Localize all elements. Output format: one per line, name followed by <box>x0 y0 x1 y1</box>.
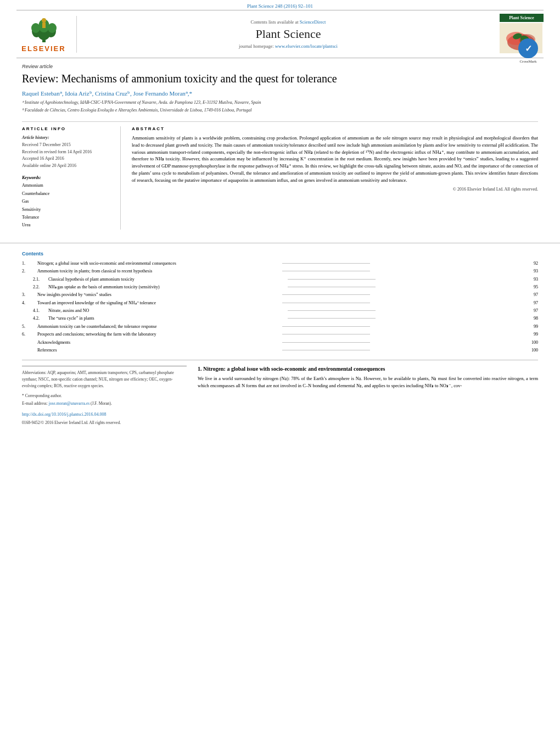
toc-dots: ········································… <box>282 331 526 338</box>
sciencedirect-link[interactable]: ScienceDirect <box>300 19 326 25</box>
affiliation-a: ᵃ Institute of Agrobiotechnology, IdAB-C… <box>22 99 538 106</box>
toc-page: 100 <box>527 347 538 354</box>
toc-item: 4.1.Nitrate, auxins and NO ·············… <box>22 307 538 315</box>
toc-label: References <box>37 347 281 354</box>
revised-date: Received in revised form 14 April 2016 <box>22 149 114 156</box>
toc-item: 4.Toward an improved knowledge of the si… <box>22 299 538 307</box>
main-content: Review article ✓ CrossMark Review: Mecha… <box>0 58 560 235</box>
toc-item: 6.Prospects and conclusions; networking … <box>22 331 538 338</box>
toc-dots: ········································… <box>282 347 526 354</box>
toc-page: 98 <box>527 315 538 322</box>
doi-link[interactable]: http://dx.doi.org/10.1016/j.plantsci.201… <box>22 412 106 417</box>
journal-homepage: journal homepage: www.elsevier.com/locat… <box>82 43 494 49</box>
body-col: 1. Nitrogen: a global issue with socio-e… <box>198 366 538 426</box>
toc-label: New insights provided by “omics” studies <box>37 291 281 299</box>
toc-dots: ········································… <box>282 291 526 299</box>
header-bar: ELSEVIER Contents lists available at Sci… <box>16 10 544 58</box>
contents-section: Contents 1.Nitrogen; a global issue with… <box>22 251 538 361</box>
toc-num <box>22 339 37 347</box>
journal-homepage-link[interactable]: www.elsevier.com/locate/plantsci <box>275 43 338 49</box>
toc-num: 4. <box>22 299 37 307</box>
article-title: Review: Mechanisms of ammonium toxicity … <box>22 71 450 86</box>
toc-label: Acknowledgments <box>37 339 281 347</box>
elsevier-logo: ELSEVIER <box>16 16 77 53</box>
toc-item: 2.2.NH₃ gas uptake as the basis of ammon… <box>22 283 538 291</box>
toc-page: 93 <box>527 267 538 275</box>
toc-label: Classical hypothesis of plant ammonium t… <box>48 276 287 283</box>
keywords-block: Keywords: Ammonium Counterbalance Gas Se… <box>22 174 114 230</box>
elsevier-text: ELSEVIER <box>21 44 65 53</box>
toc-dots: ········································… <box>282 323 526 331</box>
svg-point-6 <box>48 23 57 33</box>
footnotes-col: Abbreviations: AQP, aquaporins; AMT, amm… <box>22 366 187 426</box>
toc-label: Ammonium toxicity in plants; from classi… <box>37 267 281 275</box>
keyword-2: Counterbalance <box>22 190 114 198</box>
svg-point-5 <box>31 23 40 33</box>
abstract-col: ABSTRACT Ammonium sensitivity of plants … <box>132 126 538 230</box>
article-info-col: ARTICLE INFO Article history: Received 7… <box>22 126 121 230</box>
crossmark-text: CrossMark <box>518 59 538 64</box>
toc-num <box>22 347 37 354</box>
toc-label: Ammonium toxicity can be counterbalanced… <box>37 323 281 331</box>
crossmark-icon: ✓ <box>518 38 538 58</box>
plant-science-logo-text: Plant Science <box>500 14 544 22</box>
elsevier-tree-icon <box>25 16 63 43</box>
citation-text: Plant Science 248 (2016) 92–101 <box>247 3 313 9</box>
toc-label: Prospects and conclusions; networking th… <box>37 331 281 338</box>
email-name: (J.F. Moran). <box>91 401 112 406</box>
article-info-abstract: ARTICLE INFO Article history: Received 7… <box>22 121 538 230</box>
toc-dots: ········································… <box>288 315 526 322</box>
toc-num: 2.2. <box>33 283 48 291</box>
toc-num: 4.1. <box>33 307 48 315</box>
email-label: E-mail address: <box>22 401 48 406</box>
contents-available: Contents lists available at ScienceDirec… <box>82 19 494 25</box>
toc-item: 4.2.The “urea cycle” in plants ·········… <box>22 315 538 322</box>
authors: Raquel Estebanᵃ, Idoia Arizᵇ, Cristina C… <box>22 90 538 97</box>
abbreviations-text: Abbreviations: AQP, aquaporins; AMT, amm… <box>22 370 187 389</box>
toc-dots: ········································… <box>288 307 526 315</box>
title-section: ✓ CrossMark Review: Mechanisms of ammoni… <box>22 71 538 86</box>
toc-num: 1. <box>22 260 37 267</box>
article-info-header: ARTICLE INFO <box>22 126 114 131</box>
toc-page: 97 <box>527 307 538 315</box>
bottom-section: Abbreviations: AQP, aquaporins; AMT, amm… <box>22 366 538 426</box>
accepted-date: Accepted 16 April 2016 <box>22 155 114 163</box>
available-date: Available online 20 April 2016 <box>22 163 114 170</box>
toc-page: 92 <box>527 260 538 267</box>
keywords-label: Keywords: <box>22 175 41 180</box>
toc-item: References ·····························… <box>22 347 538 354</box>
toc-num: 6. <box>22 331 37 338</box>
toc-num: 4.2. <box>33 315 48 322</box>
journal-title: Plant Science <box>82 27 494 41</box>
toc-label: NH₃ gas uptake as the basis of ammonium … <box>48 283 287 291</box>
keyword-5: Tolerance <box>22 214 114 221</box>
keyword-3: Gas <box>22 198 114 205</box>
toc-dots: ········································… <box>288 283 526 291</box>
toc-dots: ········································… <box>282 260 526 267</box>
email-link[interactable]: jose.moran@unavarra.es <box>49 401 89 406</box>
toc-item: 2.1.Classical hypothesis of plant ammoni… <box>22 276 538 283</box>
toc-label: Nitrate, auxins and NO <box>48 307 287 315</box>
toc-label: Toward an improved knowledge of the sign… <box>37 299 281 307</box>
toc-num: 2.1. <box>33 276 48 283</box>
article-type-label: Review article <box>22 64 538 69</box>
email-line: E-mail address: jose.moran@unavarra.es (… <box>22 400 187 407</box>
toc-page: 99 <box>527 331 538 338</box>
toc-page: 97 <box>527 299 538 307</box>
toc-page: 93 <box>527 276 538 283</box>
toc-num: 5. <box>22 323 37 331</box>
toc-label: Nitrogen; a global issue with socio-econ… <box>37 260 281 267</box>
affiliation-b: ᵇ Faculdade de Ciências, Centro Ecologia… <box>22 107 538 114</box>
issn-text: 0168-9452/© 2016 Elsevier Ireland Ltd. A… <box>22 420 187 426</box>
toc-num: 3. <box>22 291 37 299</box>
article-history: Article history: Received 7 December 201… <box>22 135 114 170</box>
toc-num: 2. <box>22 267 37 275</box>
abstract-header: ABSTRACT <box>132 126 538 131</box>
toc-label: The “urea cycle” in plants <box>48 315 287 322</box>
toc-page: 97 <box>527 291 538 299</box>
toc-dots: ········································… <box>282 339 526 347</box>
journal-header-center: Contents lists available at ScienceDirec… <box>82 19 494 49</box>
toc-item: 1.Nitrogen; a global issue with socio-ec… <box>22 260 538 267</box>
corresponding-text: * Corresponding author. <box>22 393 187 399</box>
toc-item: 5.Ammonium toxicity can be counterbalanc… <box>22 323 538 331</box>
